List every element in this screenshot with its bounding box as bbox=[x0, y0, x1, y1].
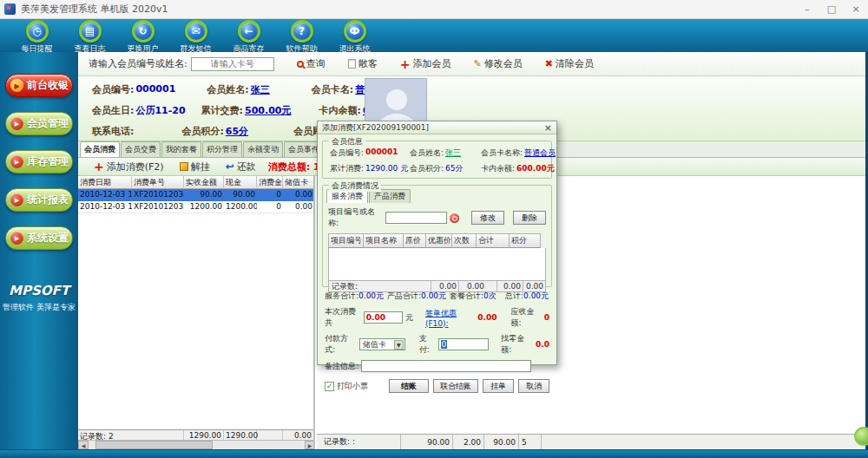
item-label: 项目编号或名称: bbox=[328, 206, 385, 229]
member-name: 会员姓名:张三 bbox=[207, 83, 269, 96]
tab-payment[interactable]: 会员交费 bbox=[121, 141, 161, 157]
toolbar-item-switch-user[interactable]: ↻ 更换用户 bbox=[116, 19, 169, 52]
payment-method-select[interactable]: 储值卡 ▼ bbox=[359, 338, 405, 350]
scroll-left-icon[interactable]: ◀ bbox=[78, 441, 89, 449]
corner-badge-icon[interactable] bbox=[854, 427, 868, 446]
edit-member-button[interactable]: ✎ 修改会员 bbox=[473, 57, 522, 70]
item-entry-row: 项目编号或名称: 修改 删除 bbox=[323, 203, 551, 232]
toolbar-item-group-sms[interactable]: ✉ 群发短信 bbox=[169, 19, 222, 52]
toolbar-item-help[interactable]: ? 软件帮助 bbox=[275, 19, 328, 52]
clear-member-button[interactable]: ✖ 清除会员 bbox=[545, 57, 594, 70]
tab-balance-changes[interactable]: 余额变动 bbox=[243, 141, 283, 157]
scroll-right-icon[interactable]: ▶ bbox=[305, 441, 315, 449]
sidebar-item-settings[interactable]: ▶ 系统设置 bbox=[5, 226, 73, 250]
sidebar-item-reports[interactable]: ▶ 统计报表 bbox=[5, 188, 73, 212]
add-consumption-dialog: 添加消费[XF202009190001] × 会员信息 会员编号:000001 … bbox=[317, 121, 557, 365]
toolbar-item-goods-storage[interactable]: ← 商品寄存 bbox=[222, 19, 275, 52]
item-code-input[interactable] bbox=[385, 212, 448, 224]
repay-button[interactable]: ↩ 还款 bbox=[226, 160, 256, 173]
toolbar-item-exit[interactable]: Ф 退出系统 bbox=[328, 19, 381, 52]
tab-packages[interactable]: 我的套餐 bbox=[161, 141, 201, 157]
hang-order-button[interactable]: 挂单 bbox=[483, 379, 514, 393]
switch-user-icon: ↻ bbox=[132, 20, 155, 43]
close-button[interactable]: × bbox=[844, 0, 868, 18]
window-bottom-border bbox=[0, 449, 868, 458]
search-button[interactable]: 查询 bbox=[297, 57, 326, 70]
dlg-member-no: 会员编号:000001 bbox=[330, 147, 410, 159]
dialog-bottom-row: ✓ 打印小票 结账 联合结账 挂单 取消 bbox=[318, 372, 556, 393]
right-status-bar: 记录数: : 90.00 2.00 90.00 5 bbox=[317, 434, 865, 449]
dialog-close-icon[interactable]: × bbox=[544, 123, 552, 133]
horizontal-scrollbar[interactable]: ◀ ▶ bbox=[78, 440, 315, 449]
add-member-button[interactable]: + 添加会员 bbox=[400, 57, 451, 70]
consumption-amount-input[interactable]: 0.00 bbox=[364, 311, 403, 324]
unhang-icon bbox=[180, 162, 188, 171]
dlg-member-card: 会员卡名称:普通会员 bbox=[481, 147, 556, 159]
sms-icon: ✉ bbox=[185, 20, 207, 43]
consumption-table: 消费日期 消费单号 实收金额 现金 消费金额 储值卡 应收金额 2010-12-… bbox=[78, 176, 315, 449]
window-titlebar: 美萍美发管理系统 单机版 2020v1 – □ × bbox=[0, 0, 868, 19]
dlg-member-points: 会员积分:65分 bbox=[410, 163, 481, 174]
top-toolbar: ◷ 每日提醒 ▤ 查看日志 ↻ 更换用户 ✉ 群发短信 ← 商品寄存 ? 软件帮… bbox=[0, 19, 868, 52]
dialog-record-row: 记录数: 0.00 0.00 0.00 0.00 bbox=[328, 281, 546, 292]
tab-points[interactable]: 积分管理 bbox=[202, 141, 242, 157]
notepad-icon bbox=[348, 59, 356, 69]
dialog-member-group: 会员信息 会员编号:000001 会员姓名:张三 会员卡名称:普通会员 累计消费… bbox=[322, 141, 552, 179]
add-consumption-button[interactable]: + 添加消费(F2) bbox=[94, 160, 164, 173]
search-icon bbox=[297, 61, 304, 68]
print-receipt-checkbox[interactable]: ✓ bbox=[325, 382, 334, 391]
dlg-member-total: 累计消费:1290.00 元 bbox=[330, 163, 410, 174]
pencil-icon: ✎ bbox=[473, 58, 481, 69]
current-consumption-row: 本次消费共 0.00 元 签单优惠(F10): 0.00 应收金额: 0 bbox=[318, 302, 556, 329]
dlg-member-name: 会员姓名:张三 bbox=[410, 147, 481, 159]
play-icon: ▶ bbox=[10, 232, 23, 245]
note-input[interactable] bbox=[361, 360, 531, 372]
search-input[interactable] bbox=[191, 57, 274, 71]
mpsoft-logo: MPSOFT bbox=[0, 283, 78, 298]
dialog-table-body[interactable] bbox=[328, 248, 546, 281]
play-icon: ▶ bbox=[10, 79, 23, 92]
joint-checkout-button[interactable]: 联合结账 bbox=[433, 379, 478, 393]
clock-icon: ◷ bbox=[26, 20, 49, 43]
unhang-button[interactable]: 解挂 bbox=[180, 160, 210, 173]
chevron-down-icon: ▼ bbox=[394, 340, 404, 350]
table-row[interactable]: 2010-12-03 16: XF2010120336 1200.00 1200… bbox=[78, 201, 313, 213]
maximize-button[interactable]: □ bbox=[819, 0, 844, 18]
play-icon: ▶ bbox=[10, 193, 23, 206]
toolbar-item-view-log[interactable]: ▤ 查看日志 bbox=[63, 19, 116, 52]
checkout-button[interactable]: 结账 bbox=[389, 379, 429, 393]
walkin-button[interactable]: 散客 bbox=[348, 57, 378, 70]
app-logo-icon bbox=[4, 3, 16, 15]
sidebar-item-cashier[interactable]: ▶ 前台收银 bbox=[5, 74, 73, 97]
dialog-table-header: 项目编号 项目名称 原价 优惠价 次数 合计 积分 bbox=[328, 233, 546, 248]
dialog-titlebar: 添加消费[XF202009190001] × bbox=[318, 121, 556, 134]
member-no: 会员编号:000001 bbox=[92, 83, 175, 96]
brand-slogan: 管理软件 美萍是专家 bbox=[0, 302, 78, 313]
delete-button[interactable]: 删除 bbox=[513, 211, 546, 225]
sign-discount-link[interactable]: 签单优惠(F10): bbox=[425, 308, 476, 328]
item-search-icon[interactable] bbox=[450, 213, 459, 223]
help-icon: ? bbox=[291, 20, 313, 43]
left-sidebar: ▶ 前台收银 ▶ 会员管理 ▶ 库存管理 ▶ 统计报表 ▶ 系统设置 MPSOF… bbox=[0, 52, 78, 458]
member-paid: 累计交费:500.00元 bbox=[201, 104, 292, 117]
brand-area: MPSOFT 管理软件 美萍是专家 bbox=[0, 283, 78, 313]
search-label: 请输入会员编号或姓名: bbox=[89, 57, 187, 70]
sidebar-item-members[interactable]: ▶ 会员管理 bbox=[5, 112, 73, 135]
cancel-button[interactable]: 取消 bbox=[518, 379, 549, 393]
table-row[interactable]: 2010-12-03 16 XF2010120340 90.00 90.00 0… bbox=[78, 189, 313, 201]
dlg-member-balance: 卡内余额:600.00元 bbox=[481, 163, 555, 174]
payment-method-row: 付款方式: 储值卡 ▼ 支付: 0 找零金额: 0.0 bbox=[318, 329, 556, 356]
tab-consumption[interactable]: 会员消费 bbox=[80, 141, 120, 157]
scrollbar-thumb[interactable] bbox=[95, 441, 213, 449]
modify-button[interactable]: 修改 bbox=[471, 211, 504, 225]
storage-icon: ← bbox=[238, 20, 260, 43]
plus-icon: + bbox=[400, 60, 411, 69]
table-header-row: 消费日期 消费单号 实收金额 现金 消费金额 储值卡 应收金额 bbox=[78, 176, 313, 189]
note-row: 备注信息: bbox=[318, 356, 556, 372]
toolbar-item-daily-reminder[interactable]: ◷ 每日提醒 bbox=[10, 19, 63, 52]
play-icon: ▶ bbox=[10, 155, 23, 168]
sidebar-item-inventory[interactable]: ▶ 库存管理 bbox=[5, 150, 73, 173]
member-points: 会员积分:65分 bbox=[181, 125, 248, 138]
pay-amount-input[interactable]: 0 bbox=[438, 338, 490, 350]
minimize-button[interactable]: – bbox=[795, 0, 819, 18]
